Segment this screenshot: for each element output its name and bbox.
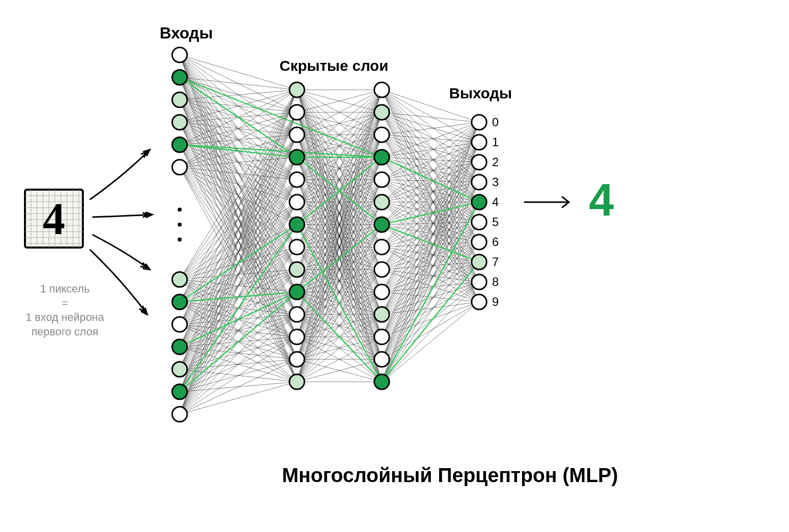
svg-line-472 [382, 202, 479, 292]
svg-line-509 [382, 142, 479, 382]
svg-point-541 [172, 115, 187, 130]
svg-point-584 [472, 155, 487, 170]
svg-point-567 [289, 374, 304, 389]
svg-point-540 [172, 92, 187, 107]
caption-line-2: 1 вход нейрона [10, 310, 120, 325]
svg-point-568 [374, 82, 389, 97]
svg-point-581 [374, 374, 389, 389]
output-label-8: 8 [492, 275, 499, 289]
svg-point-546 [172, 317, 187, 332]
svg-point-542 [172, 137, 187, 152]
caption-line-3: первого слоя [10, 325, 120, 339]
svg-point-556 [289, 127, 304, 142]
svg-point-590 [472, 274, 487, 289]
svg-point-559 [289, 195, 304, 210]
svg-line-487 [382, 302, 479, 314]
svg-line-84 [180, 90, 297, 279]
svg-point-563 [289, 284, 304, 299]
output-label-6: 6 [492, 235, 499, 249]
svg-line-534 [382, 202, 479, 225]
inputs-label: Входы [160, 24, 213, 42]
svg-line-519 [180, 77, 382, 157]
output-label-0: 0 [492, 115, 499, 129]
caption-eq: = [10, 296, 120, 311]
svg-line-485 [382, 262, 479, 314]
svg-point-560 [289, 217, 304, 232]
svg-line-514 [382, 242, 479, 382]
svg-point-574 [374, 217, 389, 232]
svg-point-565 [289, 329, 304, 344]
svg-line-398 [382, 122, 479, 135]
svg-point-570 [374, 127, 389, 142]
svg-line-471 [382, 182, 479, 292]
svg-line-482 [382, 202, 479, 314]
svg-line-513 [382, 222, 479, 382]
svg-point-551 [178, 208, 182, 212]
input-digit: 4 [24, 189, 84, 249]
pixel-caption: 1 пиксель = 1 вход нейрона первого слоя [10, 282, 120, 339]
svg-point-544 [172, 272, 187, 287]
svg-point-580 [374, 352, 389, 367]
svg-point-555 [289, 105, 304, 120]
output-label-1: 1 [492, 135, 499, 149]
svg-point-543 [172, 160, 187, 175]
svg-line-428 [382, 122, 479, 202]
svg-point-564 [289, 307, 304, 322]
svg-line-408 [382, 122, 479, 157]
caption-line-1: 1 пиксель [10, 282, 120, 296]
svg-point-549 [172, 384, 187, 399]
svg-line-501 [382, 182, 479, 359]
svg-point-575 [374, 240, 389, 255]
svg-point-576 [374, 262, 389, 277]
svg-point-572 [374, 172, 389, 187]
svg-point-550 [172, 407, 187, 422]
svg-line-537 [382, 262, 479, 382]
input-image: 4 [24, 189, 84, 249]
svg-point-566 [289, 352, 304, 367]
outputs-label: Выходы [449, 85, 512, 102]
result-digit: 4 [589, 175, 614, 226]
output-label-3: 3 [492, 175, 499, 189]
svg-point-545 [172, 294, 187, 309]
output-label-9: 9 [492, 295, 499, 309]
svg-line-495 [382, 262, 479, 337]
hidden-label: Скрытые слои [279, 57, 388, 74]
svg-point-553 [178, 238, 182, 242]
svg-point-579 [374, 329, 389, 344]
svg-point-557 [289, 150, 304, 165]
svg-point-573 [374, 195, 389, 210]
svg-line-484 [382, 242, 479, 314]
output-label-2: 2 [492, 155, 499, 169]
svg-line-536 [382, 202, 479, 382]
svg-point-578 [374, 307, 389, 322]
svg-point-547 [172, 339, 187, 354]
svg-point-569 [374, 105, 389, 120]
svg-point-554 [289, 82, 304, 97]
svg-line-497 [382, 302, 479, 337]
svg-point-582 [472, 115, 487, 130]
mlp-diagram [0, 0, 789, 532]
svg-point-571 [374, 150, 389, 165]
svg-point-589 [472, 255, 487, 269]
svg-line-533 [382, 157, 479, 202]
main-title: Многослойный Перцептрон (MLP) [282, 464, 618, 487]
svg-line-508 [382, 122, 479, 382]
svg-point-539 [172, 70, 187, 85]
svg-point-538 [172, 47, 187, 62]
svg-point-561 [289, 240, 304, 255]
svg-point-591 [472, 294, 487, 309]
svg-point-562 [289, 262, 304, 277]
output-label-7: 7 [492, 255, 499, 269]
svg-point-548 [172, 362, 187, 377]
svg-point-577 [374, 284, 389, 299]
svg-point-552 [178, 223, 182, 227]
svg-line-500 [382, 162, 479, 359]
svg-point-558 [289, 172, 304, 187]
svg-point-583 [472, 135, 487, 150]
svg-point-586 [472, 195, 487, 210]
output-label-5: 5 [492, 215, 499, 229]
output-label-4: 4 [492, 195, 499, 209]
svg-point-587 [472, 215, 487, 230]
svg-line-499 [382, 142, 479, 359]
svg-point-585 [472, 175, 487, 190]
